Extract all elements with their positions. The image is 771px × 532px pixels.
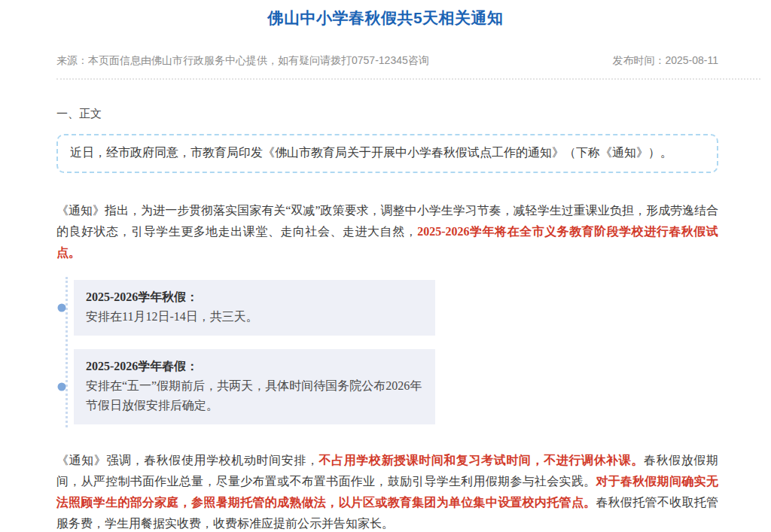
paragraph2-highlight1: 不占用学校新授课时间和复习考试时间，不进行调休补课。: [319, 454, 645, 467]
timeline-item-autumn: 2025-2026学年秋假： 安排在11月12日-14日，共三天。: [74, 280, 435, 336]
lead-summary-box: 近日，经市政府同意，市教育局印发《佛山市教育局关于开展中小学春秋假试点工作的通知…: [56, 134, 718, 173]
lead-summary-text: 近日，经市政府同意，市教育局印发《佛山市教育局关于开展中小学春秋假试点工作的通知…: [70, 146, 672, 159]
page-title: 佛山中小学春秋假共5天相关通知: [0, 0, 771, 29]
timeline-item-spring: 2025-2026学年春假： 安排在“五一”假期前后，共两天，具体时间待国务院公…: [74, 349, 435, 424]
autumn-holiday-card: 2025-2026学年秋假： 安排在11月12日-14日，共三天。: [74, 280, 435, 336]
autumn-holiday-text: 安排在11月12日-14日，共三天。: [86, 307, 423, 327]
notice-page: 佛山中小学春秋假共5天相关通知 来源：本页面信息由佛山市行政服务中心提供，如有疑…: [0, 0, 771, 532]
timeline-dotted-line: [66, 277, 68, 427]
holiday-timeline: 2025-2026学年秋假： 安排在11月12日-14日，共三天。 2025-2…: [56, 280, 435, 424]
paragraph-notice-points: 《通知》指出，为进一步贯彻落实国家有关“双减”政策要求，调整中小学生学习节奏，减…: [56, 200, 718, 263]
article-body: 一、正文 近日，经市政府同意，市教育局印发《佛山市教育局关于开展中小学春秋假试点…: [56, 107, 718, 532]
meta-row: 来源：本页面信息由佛山市行政服务中心提供，如有疑问请拨打0757-12345咨询…: [56, 54, 718, 68]
publish-time: 发布时间：2025-08-11: [612, 54, 718, 68]
spring-holiday-card: 2025-2026学年春假： 安排在“五一”假期前后，共两天，具体时间待国务院公…: [74, 349, 435, 424]
dotted-divider: [56, 78, 760, 80]
spring-holiday-text: 安排在“五一”假期前后，共两天，具体时间待国务院公布2026年节假日放假安排后确…: [86, 376, 423, 415]
section-heading: 一、正文: [56, 107, 718, 121]
spring-holiday-title: 2025-2026学年春假：: [86, 357, 423, 376]
source-text: 来源：本页面信息由佛山市行政服务中心提供，如有疑问请拨打0757-12345咨询: [56, 54, 429, 68]
paragraph-notice-emphasis: 《通知》强调，春秋假使用学校机动时间安排，不占用学校新授课时间和复习考试时间，不…: [56, 450, 718, 532]
autumn-holiday-title: 2025-2026学年秋假：: [86, 287, 423, 307]
timeline-dot-icon: [58, 383, 66, 391]
paragraph2-part1: 《通知》强调，春秋假使用学校机动时间安排，: [56, 454, 319, 467]
timeline-dot-icon: [58, 304, 66, 312]
